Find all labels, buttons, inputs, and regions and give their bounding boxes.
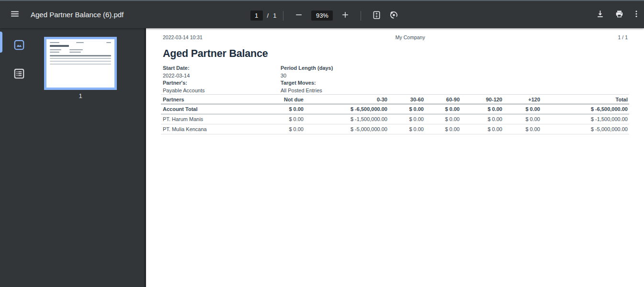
page-total-count: 1 bbox=[273, 12, 276, 19]
thumb-meta-line bbox=[69, 49, 83, 50]
start-date-label: Start Date: bbox=[163, 65, 281, 72]
thumbnail-page-preview bbox=[46, 39, 114, 88]
active-pane-indicator bbox=[0, 32, 2, 53]
cell: $ 0.00 bbox=[504, 114, 542, 124]
thumbnail-sidebar: 1 bbox=[0, 28, 146, 287]
picture-icon bbox=[13, 39, 25, 53]
cell: $ 0.00 bbox=[389, 114, 425, 124]
report-title: Aged Partner Balance bbox=[163, 48, 268, 60]
cell: $ -1,500,000.00 bbox=[542, 114, 629, 124]
period-length-label: Period Length (days) bbox=[281, 65, 333, 72]
thumb-table-line bbox=[50, 55, 111, 56]
cell: $ -5,000,000.00 bbox=[542, 124, 629, 134]
document-outline-button[interactable] bbox=[11, 66, 28, 83]
thumb-meta-line bbox=[50, 49, 61, 50]
cell: PT. Mulia Kencana bbox=[161, 124, 247, 134]
cell: $ 0.00 bbox=[247, 114, 305, 124]
report-filters: Start Date: Period Length (days) 2022-03… bbox=[163, 65, 333, 94]
col-0-30: 0-30 bbox=[305, 95, 389, 104]
partners-value: Payable Accounts bbox=[163, 87, 281, 95]
page-number-input[interactable] bbox=[250, 11, 263, 21]
cell: $ -6,500,000.00 bbox=[305, 104, 389, 114]
cell: $ 0.00 bbox=[461, 114, 504, 124]
download-icon bbox=[595, 9, 605, 21]
pdf-page: 2022-03-14 10:31 My Company 1 / 1 Aged P… bbox=[146, 28, 644, 287]
thumb-title-line bbox=[50, 45, 69, 47]
account-total-row: Account Total $ 0.00 $ -6,500,000.00 $ 0… bbox=[161, 104, 629, 114]
pdf-file-title: Aged Partner Balance (6).pdf bbox=[31, 11, 124, 19]
cell: $ 0.00 bbox=[389, 104, 425, 114]
col-not-due: Not due bbox=[247, 95, 305, 104]
thumb-meta-line bbox=[69, 52, 81, 53]
zoom-in-button[interactable] bbox=[337, 7, 354, 24]
pdf-toolbar: Aged Partner Balance (6).pdf / 1 93% bbox=[0, 0, 644, 28]
printer-icon bbox=[614, 9, 624, 21]
thumbnail-page-number: 1 bbox=[44, 92, 117, 99]
cell: $ -5,000,000.00 bbox=[305, 124, 389, 134]
download-button[interactable] bbox=[591, 6, 609, 23]
plus-icon bbox=[340, 10, 350, 21]
target-moves-value: All Posted Entries bbox=[281, 87, 333, 95]
period-length-value: 30 bbox=[281, 72, 333, 80]
cell: $ 0.00 bbox=[425, 104, 461, 114]
cell: $ 0.00 bbox=[247, 124, 305, 134]
list-icon bbox=[13, 67, 25, 81]
toolbar-left: Aged Partner Balance (6).pdf bbox=[0, 6, 124, 23]
start-date-value: 2022-03-14 bbox=[163, 72, 281, 80]
toolbar-right bbox=[591, 6, 644, 23]
cell: $ 0.00 bbox=[461, 124, 504, 134]
partners-label: Partner's: bbox=[163, 79, 281, 87]
report-company-name: My Company bbox=[395, 34, 425, 40]
cell: $ 0.00 bbox=[247, 104, 305, 114]
more-options-button[interactable] bbox=[630, 6, 643, 23]
fit-to-page-icon bbox=[372, 10, 382, 22]
col-partners: Partners bbox=[161, 95, 247, 104]
thumb-header-line bbox=[50, 42, 59, 43]
report-header: 2022-03-14 10:31 My Company 1 / 1 bbox=[163, 34, 628, 40]
three-dot-menu-icon bbox=[632, 9, 641, 20]
partner-row: PT. Harum Manis $ 0.00 $ -1,500,000.00 $… bbox=[161, 114, 629, 124]
page-1-thumbnail[interactable] bbox=[44, 37, 117, 90]
toolbar-separator bbox=[361, 11, 361, 21]
col-90-120: 90-120 bbox=[461, 95, 504, 104]
cell: $ -1,500,000.00 bbox=[305, 114, 389, 124]
report-page-indicator: 1 / 1 bbox=[618, 34, 628, 40]
cell: $ 0.00 bbox=[425, 114, 461, 124]
cell: $ 0.00 bbox=[504, 104, 542, 114]
cell: $ 0.00 bbox=[389, 124, 425, 134]
cell: $ 0.00 bbox=[461, 104, 504, 114]
toolbar-center-controls: / 1 93% bbox=[250, 2, 403, 29]
thumb-table-line bbox=[50, 58, 111, 59]
partner-row: PT. Mulia Kencana $ 0.00 $ -5,000,000.00… bbox=[161, 124, 629, 134]
rotate-button[interactable] bbox=[385, 7, 402, 24]
col-plus-120: +120 bbox=[504, 95, 542, 104]
table-header-row: Partners Not due 0-30 30-60 60-90 90-120… bbox=[161, 95, 629, 104]
col-total: Total bbox=[542, 95, 629, 104]
thumb-table-line bbox=[50, 64, 111, 65]
col-30-60: 30-60 bbox=[389, 95, 425, 104]
cell: $ 0.00 bbox=[504, 124, 542, 134]
minus-icon bbox=[294, 10, 304, 21]
thumb-meta-line bbox=[50, 52, 59, 53]
thumb-header-line bbox=[76, 42, 84, 43]
thumb-table-line bbox=[50, 61, 111, 62]
cell: $ 0.00 bbox=[425, 124, 461, 134]
print-button[interactable] bbox=[610, 6, 628, 23]
toolbar-separator bbox=[283, 11, 283, 21]
col-60-90: 60-90 bbox=[425, 95, 461, 104]
menu-button[interactable] bbox=[6, 6, 23, 23]
report-printed-datetime: 2022-03-14 10:31 bbox=[163, 34, 203, 40]
rotate-counterclockwise-icon bbox=[389, 10, 399, 22]
zoom-level-indicator[interactable]: 93% bbox=[311, 11, 333, 21]
thumb-header-line bbox=[106, 42, 111, 43]
target-moves-label: Target Moves: bbox=[281, 79, 333, 87]
thumbnails-view-button[interactable] bbox=[11, 37, 28, 54]
cell: $ -6,500,000.00 bbox=[542, 104, 629, 114]
hamburger-icon bbox=[10, 9, 20, 21]
page-divider: / bbox=[267, 12, 269, 19]
cell: Account Total bbox=[161, 104, 247, 114]
fit-to-page-button[interactable] bbox=[368, 7, 385, 24]
zoom-out-button[interactable] bbox=[290, 7, 307, 24]
aged-balance-table: Partners Not due 0-30 30-60 60-90 90-120… bbox=[161, 94, 629, 134]
cell: PT. Harum Manis bbox=[161, 114, 247, 124]
